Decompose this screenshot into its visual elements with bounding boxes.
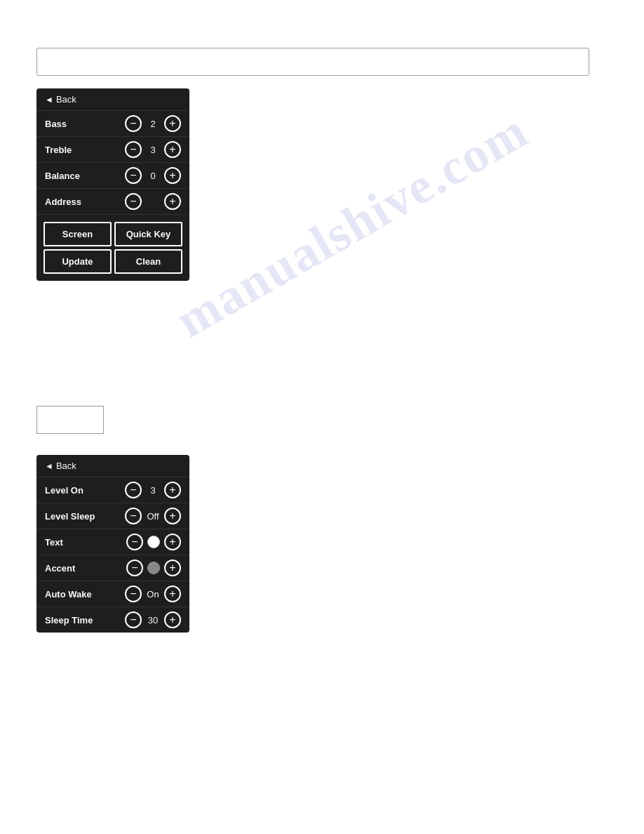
address-row: Address − + xyxy=(36,188,189,214)
panel-2-back[interactable]: ◄ Back xyxy=(36,455,189,477)
panel-1: ◄ Back Bass − 2 + Treble − 3 + Balance −… xyxy=(36,88,189,281)
text-label: Text xyxy=(45,537,126,548)
address-decrease-button[interactable]: − xyxy=(125,193,142,210)
accent-color-indicator xyxy=(147,562,160,574)
quick-key-button[interactable]: Quick Key xyxy=(114,222,182,246)
sleep-time-controls: − 30 + xyxy=(125,611,181,628)
bass-label: Bass xyxy=(45,119,125,129)
address-increase-button[interactable]: + xyxy=(164,193,181,210)
accent-label: Accent xyxy=(45,563,126,574)
level-on-controls: − 3 + xyxy=(125,482,181,498)
sleep-time-decrease-button[interactable]: − xyxy=(125,611,142,628)
bass-value: 2 xyxy=(146,119,160,129)
auto-wake-controls: − On + xyxy=(125,585,181,602)
text-controls: − + xyxy=(126,534,181,550)
back-arrow-2-icon: ◄ xyxy=(45,461,53,471)
top-search-bar[interactable] xyxy=(36,48,589,76)
panel-1-buttons: Screen Quick Key Update Clean xyxy=(36,214,189,281)
auto-wake-decrease-button[interactable]: − xyxy=(125,585,142,602)
address-controls: − + xyxy=(125,193,181,210)
treble-row: Treble − 3 + xyxy=(36,136,189,162)
level-sleep-value: Off xyxy=(146,511,160,522)
accent-increase-button[interactable]: + xyxy=(164,560,181,576)
auto-wake-row: Auto Wake − On + xyxy=(36,581,189,607)
sleep-time-increase-button[interactable]: + xyxy=(164,611,181,628)
accent-controls: − + xyxy=(126,560,181,576)
level-sleep-label: Level Sleep xyxy=(45,511,125,522)
bass-row: Bass − 2 + xyxy=(36,110,189,136)
sleep-time-value: 30 xyxy=(146,615,160,626)
sleep-time-row: Sleep Time − 30 + xyxy=(36,607,189,633)
text-decrease-button[interactable]: − xyxy=(126,534,143,550)
text-color-indicator xyxy=(147,536,160,548)
level-sleep-controls: − Off + xyxy=(125,508,181,524)
level-on-decrease-button[interactable]: − xyxy=(125,482,142,498)
panel-2: ◄ Back Level On − 3 + Level Sleep − Off … xyxy=(36,455,189,633)
bass-decrease-button[interactable]: − xyxy=(125,115,142,132)
clean-button[interactable]: Clean xyxy=(114,249,182,274)
level-sleep-increase-button[interactable]: + xyxy=(164,508,181,524)
panel-1-back[interactable]: ◄ Back xyxy=(36,88,189,110)
panel-2-back-label: Back xyxy=(56,461,76,471)
text-row: Text − + xyxy=(36,529,189,555)
address-label: Address xyxy=(45,197,125,207)
level-on-label: Level On xyxy=(45,485,125,496)
accent-row: Accent − + xyxy=(36,555,189,581)
level-sleep-decrease-button[interactable]: − xyxy=(125,508,142,524)
auto-wake-label: Auto Wake xyxy=(45,589,125,600)
small-label-box xyxy=(36,406,104,434)
treble-controls: − 3 + xyxy=(125,141,181,158)
balance-decrease-button[interactable]: − xyxy=(125,167,142,184)
accent-decrease-button[interactable]: − xyxy=(126,560,143,576)
auto-wake-value: On xyxy=(146,589,160,600)
level-on-row: Level On − 3 + xyxy=(36,477,189,503)
panel-1-back-label: Back xyxy=(56,94,76,105)
treble-label: Treble xyxy=(45,145,125,155)
text-increase-button[interactable]: + xyxy=(164,534,181,550)
level-on-value: 3 xyxy=(146,485,160,496)
balance-increase-button[interactable]: + xyxy=(164,167,181,184)
auto-wake-increase-button[interactable]: + xyxy=(164,585,181,602)
back-arrow-icon: ◄ xyxy=(45,95,53,105)
balance-row: Balance − 0 + xyxy=(36,162,189,188)
update-button[interactable]: Update xyxy=(43,249,112,274)
balance-controls: − 0 + xyxy=(125,167,181,184)
bass-increase-button[interactable]: + xyxy=(164,115,181,132)
treble-decrease-button[interactable]: − xyxy=(125,141,142,158)
screen-button[interactable]: Screen xyxy=(43,222,112,246)
watermark: manualshive.com xyxy=(166,102,538,350)
level-on-increase-button[interactable]: + xyxy=(164,482,181,498)
balance-value: 0 xyxy=(146,171,160,181)
balance-label: Balance xyxy=(45,171,125,181)
treble-value: 3 xyxy=(146,145,160,155)
level-sleep-row: Level Sleep − Off + xyxy=(36,503,189,529)
sleep-time-label: Sleep Time xyxy=(45,615,125,626)
bass-controls: − 2 + xyxy=(125,115,181,132)
treble-increase-button[interactable]: + xyxy=(164,141,181,158)
